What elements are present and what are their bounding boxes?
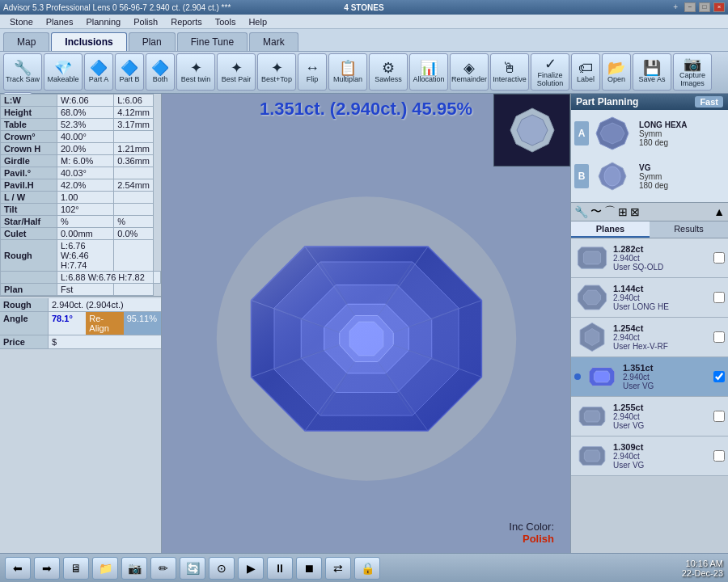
screen-button[interactable]: 🖥 xyxy=(63,557,89,580)
tool-icon-4[interactable]: ⊞ xyxy=(618,205,628,218)
result-item[interactable]: 1.144ct2.940ctUser LONG HE xyxy=(571,278,728,318)
minimize-button[interactable]: − xyxy=(684,2,696,12)
result-item[interactable]: 1.254ct2.940ctUser Hex-V-RF xyxy=(571,318,728,357)
tool-icon-1[interactable]: 🔧 xyxy=(574,205,588,218)
part-a-button[interactable]: 🔷 Part A xyxy=(84,53,113,91)
makeable-button[interactable]: 💎 Makeable xyxy=(44,53,83,91)
result-checkbox[interactable] xyxy=(713,411,725,422)
measurement-label: Star/Half xyxy=(1,216,57,228)
collapse-icon[interactable]: ▲ xyxy=(713,205,725,218)
pause-button[interactable]: ⏸ xyxy=(267,557,293,580)
label-button[interactable]: 🏷 Label xyxy=(571,53,600,91)
selected-dot xyxy=(574,373,581,380)
best-top-button[interactable]: ✦ Best+Top xyxy=(257,53,296,91)
measurements-table: L:WW:6.06L:6.06Height68.0%4.12mmTable52.… xyxy=(0,94,161,296)
menu-tools[interactable]: Tools xyxy=(209,16,243,27)
interactive-button[interactable]: 🖱 Interactive xyxy=(490,53,529,91)
measurement-label: Pavil.° xyxy=(1,167,57,179)
multiplan-button[interactable]: 📋 Multiplan xyxy=(328,53,367,91)
measurement-value-1 xyxy=(114,240,154,272)
measurement-value-1: 3.17mm xyxy=(114,119,154,131)
best-pair-icon: ✦ xyxy=(231,61,243,75)
menu-planes[interactable]: Planes xyxy=(40,16,80,27)
both-button[interactable]: 🔷 Both xyxy=(146,53,175,91)
best-twin-button[interactable]: ✦ Best twin xyxy=(176,53,215,91)
preview-cut-b: VG xyxy=(639,163,668,172)
inc-color-label: Inc Color: Polish xyxy=(509,521,554,545)
gem-main-svg xyxy=(213,185,520,492)
result-item[interactable]: 1.309ct2.940ctUser VG xyxy=(571,436,728,476)
price-value: $ xyxy=(49,335,161,348)
capture-images-button[interactable]: 📷 Capture Images xyxy=(673,53,712,91)
result-checkbox[interactable] xyxy=(713,371,725,382)
menu-help[interactable]: Help xyxy=(242,16,273,27)
result-checkbox[interactable] xyxy=(713,292,725,303)
rough-row: Rough 2.940ct. (2.904ct.) xyxy=(0,298,161,312)
result-item[interactable]: 1.282ct2.940ctUser SQ-OLD xyxy=(571,238,728,278)
table-row: Table52.3%3.17mm xyxy=(1,119,161,131)
measurement-value-1 xyxy=(114,131,154,143)
result-carat: 1.144ct xyxy=(613,284,710,293)
realign-button[interactable]: Re-Align xyxy=(86,312,123,335)
rough-label: Rough xyxy=(0,298,49,311)
allocation-button[interactable]: 📊 Allocation xyxy=(409,53,448,91)
result-item[interactable]: 1.351ct2.940ctUser VG xyxy=(571,357,728,397)
svg-point-37 xyxy=(604,167,620,186)
shuffle-button[interactable]: ⇄ xyxy=(325,557,351,580)
menu-planning[interactable]: Planning xyxy=(79,16,127,27)
sawless-button[interactable]: ⚙ Sawless xyxy=(369,53,408,91)
capture-icon: 📷 xyxy=(684,57,701,71)
result-checkbox[interactable] xyxy=(713,252,725,264)
stop-button[interactable]: ⏹ xyxy=(296,557,322,580)
tool-icon-3[interactable]: ⌒ xyxy=(604,205,616,219)
tab-plan[interactable]: Plan xyxy=(129,32,176,51)
folder-button[interactable]: 📁 xyxy=(92,557,118,580)
nav-back-button[interactable]: ⬅ xyxy=(5,557,31,580)
tab-mark[interactable]: Mark xyxy=(249,32,298,51)
tab-fine-tune[interactable]: Fine Tune xyxy=(177,32,248,51)
open-button[interactable]: 📂 Open xyxy=(602,53,631,91)
lock-button[interactable]: 🔒 xyxy=(354,557,380,580)
result-carat: 1.282ct xyxy=(613,244,710,254)
save-as-button[interactable]: 💾 Save As xyxy=(633,53,671,91)
camera-button[interactable]: 📷 xyxy=(121,557,147,580)
left-panel: L:WW:6.06L:6.06Height68.0%4.12mmTable52.… xyxy=(0,94,162,553)
play-button[interactable]: ▶ xyxy=(238,557,264,580)
both-icon: 🔷 xyxy=(151,61,169,75)
track-saw-icon: 🔧 xyxy=(14,61,32,75)
close-button[interactable]: × xyxy=(713,2,725,12)
part-b-button[interactable]: 🔷 Part B xyxy=(115,53,144,91)
target-button[interactable]: ⊙ xyxy=(209,557,235,580)
allocation-icon: 📊 xyxy=(420,61,438,75)
tab-inclusions[interactable]: Inclusions xyxy=(51,32,126,51)
best-pair-button[interactable]: ✦ Best Pair xyxy=(217,53,256,91)
tool-icon-5[interactable]: ⊠ xyxy=(630,205,640,218)
remainder-button[interactable]: ◈ Remainder xyxy=(450,53,489,91)
refresh-button[interactable]: 🔄 xyxy=(180,557,205,580)
result-checkbox[interactable] xyxy=(713,331,725,343)
tab-map[interactable]: Map xyxy=(3,32,49,51)
menu-reports[interactable]: Reports xyxy=(164,16,209,27)
measurement-label: Culet xyxy=(1,228,57,240)
tab-planes[interactable]: Planes xyxy=(571,221,650,238)
rough-section: Rough 2.940ct. (2.904ct.) Angle 78.1° Re… xyxy=(0,296,161,351)
tab-results[interactable]: Results xyxy=(650,221,728,238)
preview-row-a: A LONG HEXA Symm 180 deg xyxy=(574,113,725,154)
flip-button[interactable]: ↔ Flip xyxy=(298,53,327,91)
finalize-solution-button[interactable]: ✓ Finalize Solution xyxy=(531,53,569,91)
result-item[interactable]: 1.255ct2.940ctUser VG xyxy=(571,397,728,436)
track-saw-button[interactable]: 🔧 Track Saw xyxy=(3,53,42,91)
preview-symm-a: Symm xyxy=(639,129,687,138)
result-checkbox[interactable] xyxy=(713,450,725,462)
table-row: PlanFst xyxy=(1,284,161,296)
menu-polish[interactable]: Polish xyxy=(127,16,164,27)
tool-icon-2[interactable]: 〜 xyxy=(590,205,602,219)
preview-symm-deg-b: 180 deg xyxy=(639,181,668,190)
preview-symm-deg-a: 180 deg xyxy=(639,138,687,147)
menu-stone[interactable]: Stone xyxy=(3,16,40,27)
maximize-button[interactable]: □ xyxy=(699,2,710,12)
nav-forward-button[interactable]: ➡ xyxy=(34,557,60,580)
table-row: L:6.88 W:6.76 H:7.82 xyxy=(1,272,161,284)
result-carat: 1.254ct xyxy=(613,323,710,333)
edit-button[interactable]: ✏ xyxy=(150,557,176,580)
